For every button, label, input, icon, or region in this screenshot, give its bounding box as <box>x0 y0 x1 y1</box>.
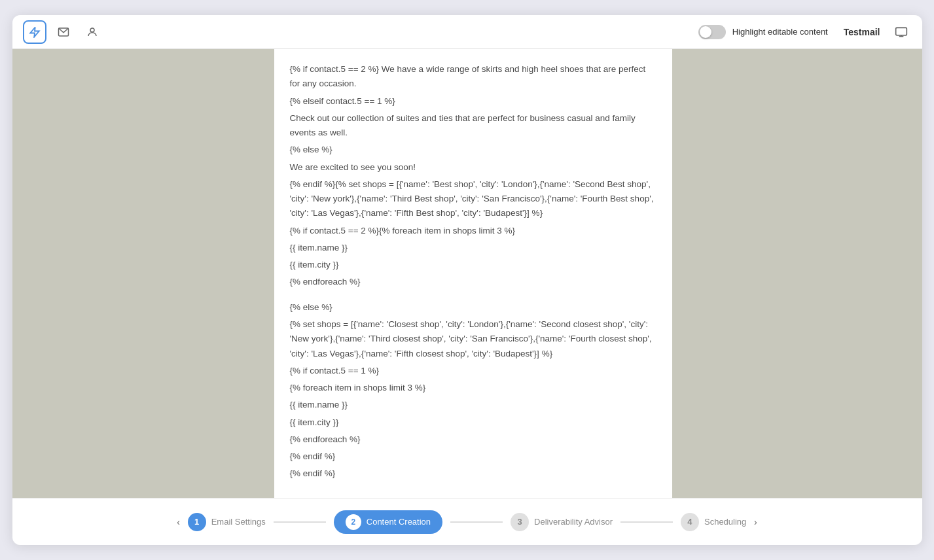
step-3[interactable]: 3 Deliverability Advisor <box>511 513 613 531</box>
person-icon-btn[interactable] <box>81 20 104 44</box>
email-line-17: {% endforeach %} <box>290 432 656 447</box>
connector-2-3 <box>450 521 503 523</box>
toolbar: Highlight editable content Testmail <box>12 15 922 49</box>
wizard-nav: ‹ 1 Email Settings 2 Content Creation 3 … <box>12 498 922 545</box>
email-line-7: {% if contact.5 == 2 %}{% foreach item i… <box>290 224 656 238</box>
left-panel <box>12 49 274 498</box>
step-2[interactable]: 2 Content Creation <box>334 510 442 534</box>
step-2-label: Content Creation <box>367 517 431 527</box>
step-3-circle: 3 <box>511 513 529 531</box>
highlight-label: Highlight editable content <box>732 27 828 37</box>
step-3-label: Deliverability Advisor <box>534 517 613 527</box>
connector-1-2 <box>274 521 326 523</box>
email-line-18: {% endif %} <box>290 449 656 464</box>
email-line-6: {% endif %}{% set shops = [{'name': 'Bes… <box>290 177 656 221</box>
email-line-4: {% else %} <box>290 143 656 157</box>
email-line-5: We are excited to see you soon! <box>290 160 656 175</box>
email-line-9: {{ item.city }} <box>290 258 656 272</box>
right-panel <box>672 49 922 498</box>
email-line-14: {% foreach item in shops limit 3 %} <box>290 381 656 395</box>
email-line-13: {% if contact.5 == 1 %} <box>290 364 656 378</box>
step-2-circle: 2 <box>346 514 361 530</box>
email-line-16: {{ item.city }} <box>290 415 656 430</box>
prev-arrow[interactable]: ‹ <box>170 513 188 531</box>
testmail-button[interactable]: Testmail <box>844 27 880 37</box>
highlight-toggle[interactable] <box>698 25 726 39</box>
screen-icon-btn[interactable] <box>891 22 912 43</box>
next-arrow[interactable]: › <box>746 513 764 531</box>
svg-point-1 <box>90 28 94 32</box>
connector-3-4 <box>620 521 673 523</box>
main-content: {% if contact.5 == 2 %} We have a wide r… <box>12 49 922 498</box>
step-4-circle: 4 <box>681 513 699 531</box>
step-4-label: Scheduling <box>704 517 746 527</box>
inbox-icon-btn[interactable] <box>52 20 75 44</box>
step-4[interactable]: 4 Scheduling <box>681 513 746 531</box>
email-line-12: {% set shops = [{'name': 'Closest shop',… <box>290 317 656 361</box>
email-preview-panel[interactable]: {% if contact.5 == 2 %} We have a wide r… <box>274 49 672 498</box>
wizard-nav-inner: ‹ 1 Email Settings 2 Content Creation 3 … <box>170 510 765 534</box>
email-body: {% if contact.5 == 2 %} We have a wide r… <box>274 49 672 497</box>
step-2-pill: 2 Content Creation <box>334 510 442 534</box>
step-1[interactable]: 1 Email Settings <box>188 513 266 531</box>
email-line-15: {{ item.name }} <box>290 398 656 412</box>
email-line-2: {% elseif contact.5 == 1 %} <box>290 94 656 109</box>
email-line-8: {{ item.name }} <box>290 241 656 255</box>
email-line-10: {% endforeach %} <box>290 275 656 289</box>
email-line-11: {% else %} <box>290 300 656 315</box>
email-line-3: Check out our collection of suites and t… <box>290 111 656 141</box>
lightning-icon-btn[interactable] <box>23 20 46 44</box>
email-line-19: {% endif %} <box>290 466 656 481</box>
step-1-label: Email Settings <box>211 517 266 527</box>
svg-rect-2 <box>895 27 907 35</box>
email-line-1: {% if contact.5 == 2 %} We have a wide r… <box>290 62 656 92</box>
highlight-toggle-area: Highlight editable content <box>698 25 828 39</box>
step-1-circle: 1 <box>188 513 206 531</box>
